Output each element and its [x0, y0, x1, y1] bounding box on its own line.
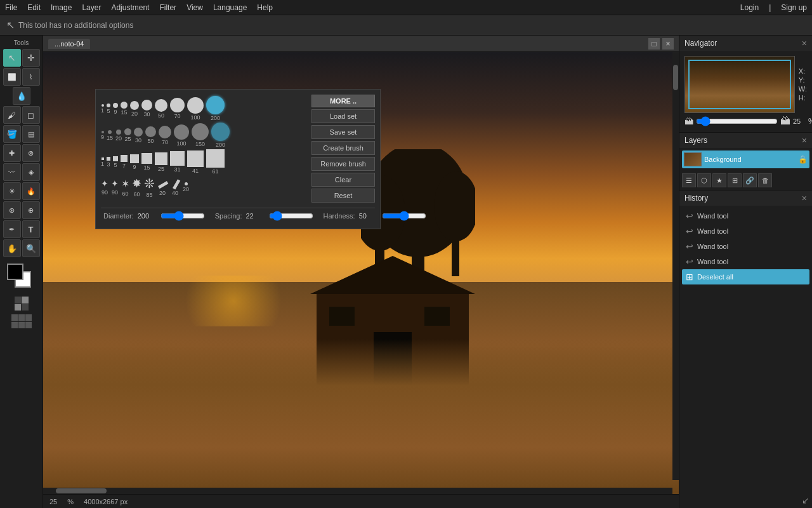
- tool-wand[interactable]: ⊛: [3, 201, 21, 219]
- brush-cell[interactable]: 30: [134, 128, 143, 144]
- brush-cell[interactable]: 9: [113, 103, 118, 115]
- brush-cell[interactable]: 9: [101, 131, 104, 140]
- spacing-slider[interactable]: [269, 211, 313, 221]
- menu-help[interactable]: Help: [257, 3, 273, 12]
- tool-burn[interactable]: 🔥: [22, 182, 40, 200]
- canvas-maximize-btn[interactable]: □: [648, 38, 660, 50]
- menu-filter[interactable]: Filter: [159, 3, 176, 12]
- tool-select-lasso[interactable]: ⌇: [22, 68, 40, 86]
- menu-image[interactable]: Image: [51, 3, 72, 12]
- history-item-2[interactable]: ↩ Wand tool: [682, 224, 809, 239]
- tool-pen[interactable]: ✒: [3, 220, 21, 238]
- history-item-5[interactable]: ⊞ Deselect all: [682, 269, 809, 284]
- menu-signup[interactable]: Sign up: [781, 3, 807, 12]
- brush-cell-sq[interactable]: 41: [187, 150, 204, 174]
- layer-tool-mask[interactable]: ⊞: [728, 173, 742, 187]
- tool-clone[interactable]: ⊗: [22, 144, 40, 162]
- navigator-close-btn[interactable]: ×: [802, 38, 807, 48]
- brush-cell-sq[interactable]: 5: [113, 156, 118, 168]
- tool-select-rect[interactable]: ⬜: [3, 68, 21, 86]
- tool-zoom[interactable]: 🔍: [22, 239, 40, 257]
- zoom-decrease-icon[interactable]: 🏔: [684, 116, 693, 126]
- brush-cell-star[interactable]: ✸60: [132, 177, 141, 197]
- brush-cell-diagonal[interactable]: ▬20: [157, 178, 167, 196]
- brush-cell-dot-sm[interactable]: 20: [183, 182, 189, 192]
- canvas-scrollbar-h[interactable]: [43, 488, 672, 494]
- tool-hand[interactable]: ✋: [3, 239, 21, 257]
- remove-brush-button[interactable]: Remove brush: [311, 157, 375, 171]
- brush-cell[interactable]: 5: [107, 104, 110, 114]
- layer-tool-1[interactable]: ☰: [682, 173, 696, 187]
- tool-dodge[interactable]: ☀: [3, 182, 21, 200]
- brush-cell-sq[interactable]: 7: [121, 155, 128, 169]
- menu-edit[interactable]: Edit: [27, 3, 41, 12]
- tool-eyedropper[interactable]: 💧: [13, 87, 30, 105]
- canvas-tab[interactable]: ...noto-04: [48, 39, 90, 49]
- brush-cell[interactable]: 70: [170, 98, 185, 119]
- brush-cell[interactable]: 150: [192, 123, 209, 147]
- foreground-color[interactable]: [7, 264, 23, 280]
- history-trash-icon[interactable]: ↙: [802, 495, 809, 505]
- menu-language[interactable]: Language: [213, 3, 247, 12]
- layer-item-background[interactable]: Background 🔒: [682, 150, 809, 168]
- tool-brush[interactable]: 🖌: [3, 106, 21, 124]
- brush-cell[interactable]: 50: [145, 126, 156, 144]
- more-button[interactable]: MORE ..: [311, 95, 375, 107]
- canvas-scrollbar-v-thumb[interactable]: [673, 65, 678, 90]
- diameter-slider[interactable]: [160, 211, 205, 221]
- brush-cell-sq[interactable]: 61: [206, 149, 225, 175]
- tool-move[interactable]: ✛: [22, 49, 40, 67]
- brush-cell[interactable]: 15: [107, 130, 113, 141]
- brush-cell[interactable]: 20: [130, 101, 139, 117]
- menu-view[interactable]: View: [187, 3, 203, 12]
- layer-tool-2[interactable]: ⬡: [697, 173, 711, 187]
- layer-tool-delete[interactable]: 🗑: [758, 173, 772, 187]
- reset-button[interactable]: Reset: [311, 189, 375, 203]
- brush-cell-diagonal2[interactable]: ▬40: [170, 178, 180, 196]
- grid-display[interactable]: [15, 297, 29, 311]
- tool-eraser[interactable]: ◻: [22, 106, 40, 124]
- save-set-button[interactable]: Save set: [311, 125, 375, 139]
- canvas-scrollbar-h-thumb[interactable]: [56, 488, 107, 493]
- brush-cell-star[interactable]: ✦90: [101, 178, 108, 196]
- brush-cell[interactable]: 200: [211, 123, 230, 148]
- menu-file[interactable]: File: [5, 3, 17, 12]
- brush-cell-star[interactable]: ❊85: [144, 176, 155, 198]
- tool-sharpen[interactable]: ◈: [22, 163, 40, 181]
- tool-smudge[interactable]: 〰: [3, 163, 21, 181]
- brush-cell[interactable]: 20: [115, 130, 122, 142]
- brush-cell[interactable]: 15: [121, 102, 128, 116]
- tool-fill[interactable]: 🪣: [3, 125, 21, 143]
- layer-tool-3[interactable]: ★: [712, 173, 726, 187]
- brush-cell-star[interactable]: ✦90: [111, 178, 119, 196]
- brush-cell-sq[interactable]: 9: [130, 154, 139, 170]
- clear-button[interactable]: Clear: [311, 173, 375, 187]
- brush-cell-sq[interactable]: 1: [101, 157, 104, 167]
- brush-cell[interactable]: 100: [187, 97, 204, 121]
- hardness-slider[interactable]: [382, 211, 426, 221]
- menu-adjustment[interactable]: Adjustment: [111, 3, 149, 12]
- brush-cell-sq[interactable]: 31: [170, 151, 185, 173]
- brush-cell[interactable]: 50: [155, 99, 167, 119]
- create-brush-button[interactable]: Create brush: [311, 141, 375, 155]
- tool-heal[interactable]: ✚: [3, 144, 21, 162]
- history-item-1[interactable]: ↩ Wand tool: [682, 208, 809, 224]
- brush-cell-sq[interactable]: 3: [107, 157, 110, 168]
- brush-cell[interactable]: 100: [174, 124, 189, 147]
- history-close-btn[interactable]: ×: [802, 193, 807, 203]
- brush-cell[interactable]: 30: [141, 100, 152, 117]
- layers-close-btn[interactable]: ×: [802, 135, 807, 145]
- canvas-content[interactable]: 1 5 9 15 20 30 50 70 100 200: [43, 52, 679, 494]
- brush-cell[interactable]: 200: [206, 96, 225, 121]
- load-set-button[interactable]: Load set: [311, 109, 375, 123]
- pattern-display[interactable]: [11, 314, 32, 328]
- brush-cell-sq[interactable]: 25: [155, 152, 167, 172]
- navigator-zoom-slider[interactable]: [696, 116, 778, 126]
- layer-tool-link[interactable]: 🔗: [743, 173, 757, 187]
- brush-cell-sq[interactable]: 15: [141, 153, 152, 171]
- history-item-3[interactable]: ↩ Wand tool: [682, 239, 809, 254]
- brush-cell[interactable]: 70: [159, 126, 171, 145]
- tool-arrow[interactable]: ↖: [3, 49, 21, 67]
- brush-cell-star[interactable]: ✶60: [121, 178, 129, 197]
- brush-cell[interactable]: 1: [101, 104, 104, 114]
